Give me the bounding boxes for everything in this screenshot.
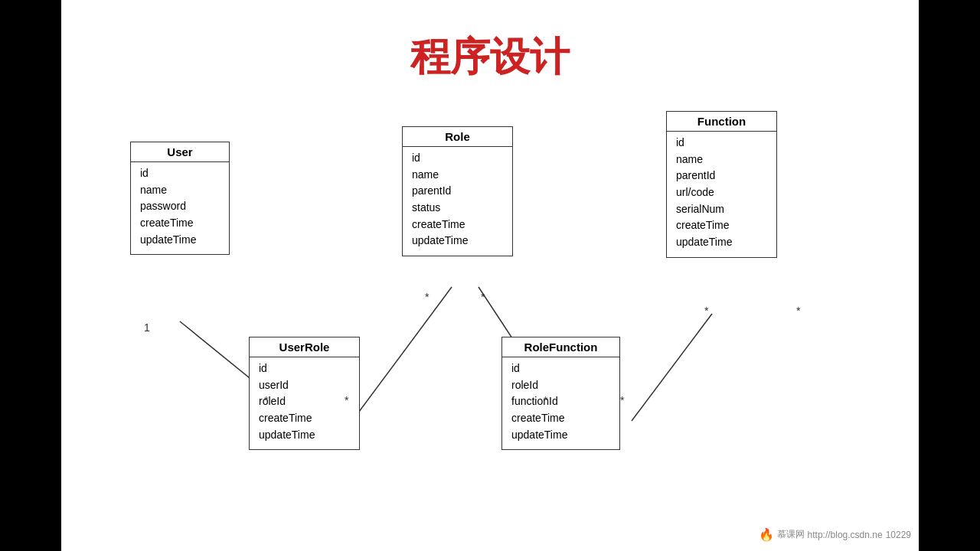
- entity-userrole-header: UserRole: [250, 337, 359, 357]
- entity-role-header: Role: [403, 127, 512, 147]
- watermark: 🔥 慕课网 http://blog.csdn.ne 10229: [759, 527, 911, 542]
- page-title: 程序设计: [61, 31, 919, 84]
- entity-rolefunction-body: idroleIdfunctionIdcreateTimeupdateTime: [502, 357, 619, 449]
- svg-line-1: [352, 287, 452, 421]
- cardinality-rolefunc-right: *: [620, 394, 624, 406]
- cardinality-user-1: 1: [144, 321, 150, 334]
- entity-rolefunction: RoleFunction idroleIdfunctionIdcreateTim…: [501, 337, 620, 450]
- watermark-text: 慕课网: [777, 528, 805, 541]
- content-area: 程序设计 User idnamepasswordcreateTimeupdate…: [61, 0, 919, 551]
- entity-user: User idnamepasswordcreateTimeupdateTime: [130, 142, 230, 255]
- entity-rolefunction-header: RoleFunction: [502, 337, 619, 357]
- svg-line-3: [632, 314, 712, 421]
- cardinality-func-right: *: [796, 305, 800, 317]
- black-bar-left: [0, 0, 61, 551]
- er-diagram: User idnamepasswordcreateTimeupdateTime …: [61, 99, 919, 543]
- entity-function-body: idnameparentIdurl/codeserialNumcreateTim…: [667, 132, 776, 257]
- cardinality-userrole-right: *: [345, 394, 348, 406]
- entity-role-body: idnameparentIdstatuscreateTimeupdateTime: [403, 147, 512, 256]
- entity-user-body: idnamepasswordcreateTimeupdateTime: [131, 162, 229, 254]
- entity-user-header: User: [131, 142, 229, 162]
- cardinality-userrole-left: *: [264, 394, 268, 406]
- flame-icon: 🔥: [759, 527, 774, 542]
- watermark-suffix: 10229: [886, 530, 911, 540]
- black-bar-right: [919, 0, 980, 551]
- watermark-url: http://blog.csdn.ne: [808, 530, 883, 540]
- cardinality-role-left: *: [425, 291, 429, 303]
- entity-function-header: Function: [667, 112, 776, 132]
- entity-role: Role idnameparentIdstatuscreateTimeupdat…: [402, 126, 513, 256]
- cardinality-role-right: *: [481, 291, 485, 303]
- cardinality-func-left: *: [704, 305, 708, 317]
- entity-function: Function idnameparentIdurl/codeserialNum…: [666, 111, 777, 258]
- cardinality-rolefunc-left: *: [544, 394, 547, 406]
